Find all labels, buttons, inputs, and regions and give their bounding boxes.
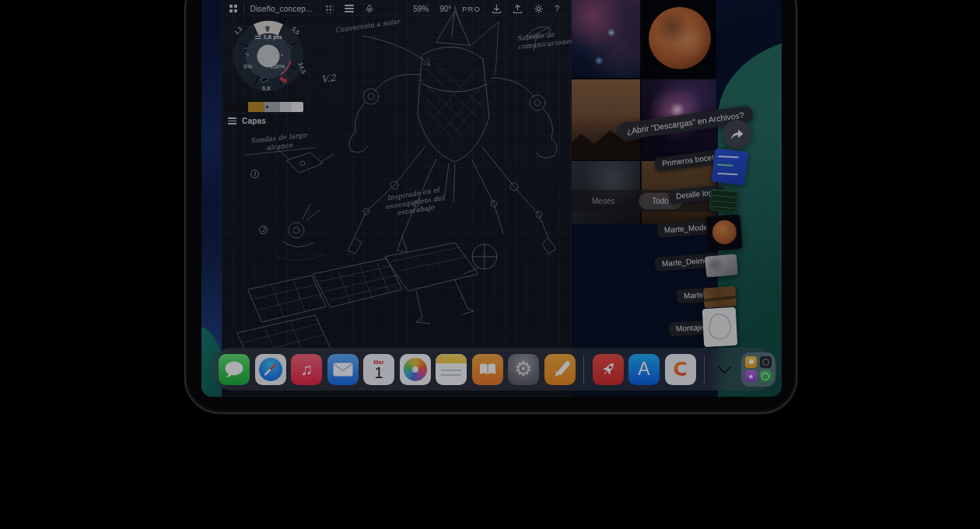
mini-clock-icon <box>760 370 772 382</box>
dock-icon-app-library[interactable]: ★ <box>741 352 775 387</box>
drag-thumb-mars-terrain[interactable] <box>703 286 737 309</box>
ipad-device: Diseño_concep... 59% 90° PRO <box>184 0 797 414</box>
photos-flower-icon <box>404 358 427 381</box>
drag-thumb-mars-planet[interactable] <box>706 215 743 251</box>
mini-camera-icon <box>760 356 772 368</box>
dock-icon-music[interactable]: ♫ <box>291 354 322 385</box>
appstore-letter: A <box>638 359 649 380</box>
dock: ♫ Mar 1 <box>212 348 777 391</box>
drag-thumb-blue-sketch[interactable] <box>712 149 749 186</box>
dock-icon-rocket[interactable] <box>593 354 624 385</box>
mini-star-icon: ★ <box>745 370 757 382</box>
dock-icon-mail[interactable] <box>327 354 359 385</box>
share-arrow-icon <box>730 128 744 140</box>
chevron-down-icon <box>717 359 731 373</box>
dock-icon-notes[interactable] <box>436 354 467 385</box>
dock-icon-settings[interactable]: ⚙ <box>508 354 539 385</box>
dock-divider <box>583 356 584 384</box>
calendar-day: 1 <box>374 365 383 381</box>
share-forward-button[interactable] <box>723 120 751 149</box>
mail-envelope-icon <box>333 363 353 377</box>
drag-thumb-green-logo[interactable] <box>709 189 738 213</box>
dock-icon-sketch-pen[interactable] <box>544 354 576 385</box>
dock-icon-safari[interactable] <box>255 354 286 385</box>
books-icon <box>478 363 497 376</box>
ipad-screen: Diseño_concep... 59% 90° PRO <box>201 0 782 397</box>
dock-collapse-button[interactable] <box>713 354 737 385</box>
settings-gear-glyph: ⚙ <box>514 357 532 381</box>
music-note-icon: ♫ <box>300 360 313 379</box>
dock-divider-2 <box>704 356 705 384</box>
messages-bubble-icon <box>224 361 244 378</box>
dock-icon-books[interactable] <box>472 354 503 385</box>
scene: Diseño_concep... 59% 90° PRO <box>0 0 980 529</box>
mini-tips-icon <box>745 356 757 368</box>
drag-thumb-white-sketch[interactable] <box>702 307 738 347</box>
dock-icon-photos[interactable] <box>400 354 431 385</box>
dock-icon-concepts[interactable]: C <box>665 354 696 385</box>
drag-layer: ¿Abrir "Descargas" en Archivos? Primeros… <box>201 0 782 397</box>
rocket-icon <box>595 356 621 383</box>
dock-icon-messages[interactable] <box>219 354 250 385</box>
drag-thumb-moon-surface[interactable] <box>705 254 738 277</box>
concepts-c-logo: C <box>673 358 687 380</box>
dock-icon-app-store[interactable]: A <box>628 354 660 385</box>
dock-icon-calendar[interactable]: Mar 1 <box>363 354 394 385</box>
